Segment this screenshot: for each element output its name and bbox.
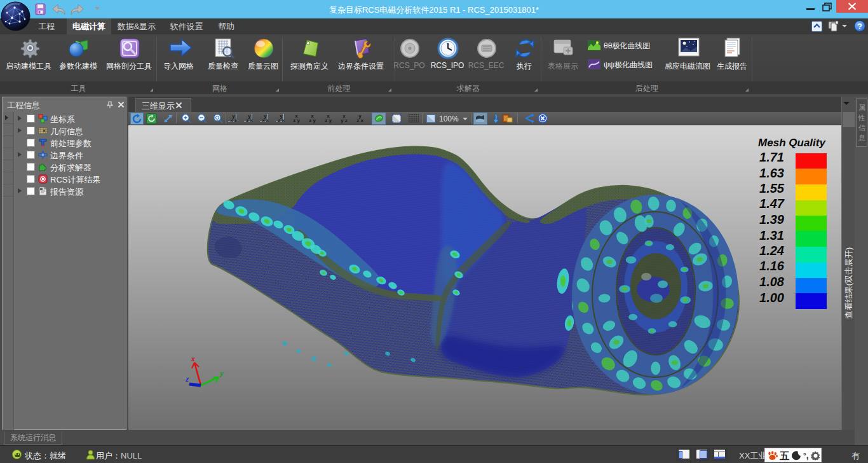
svg-text:x: x <box>191 356 195 363</box>
svg-text:z: z <box>185 376 189 383</box>
svg-text:y: y <box>219 370 224 377</box>
